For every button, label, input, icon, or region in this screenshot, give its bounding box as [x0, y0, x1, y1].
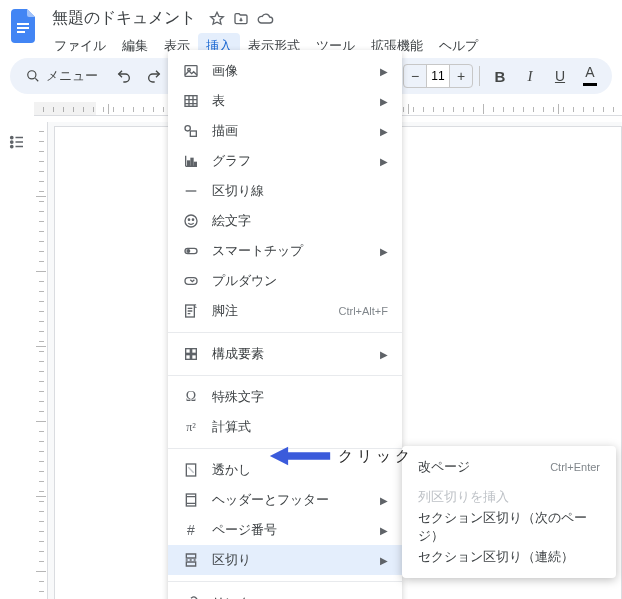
menu-item-shortcut: Ctrl+Alt+F: [338, 305, 388, 317]
submenu-item[interactable]: セクション区切り（次のページ）: [402, 512, 616, 542]
svg-rect-28: [186, 355, 191, 360]
svg-point-20: [192, 219, 193, 220]
svg-rect-27: [192, 349, 197, 354]
menu-item-label: リンク: [212, 594, 345, 599]
menu-item-smartchip[interactable]: スマートチップ▶: [168, 236, 402, 266]
omega-icon: Ω: [182, 388, 200, 406]
docs-logo-icon[interactable]: [10, 8, 38, 44]
undo-button[interactable]: [110, 62, 138, 90]
menu-item-chart[interactable]: グラフ▶: [168, 146, 402, 176]
svg-rect-14: [190, 131, 196, 136]
menu-item-pulldown[interactable]: プルダウン: [168, 266, 402, 296]
menu-item-label: ページ番号: [212, 521, 368, 539]
menu-item-label: 画像: [212, 62, 368, 80]
submenu-shortcut: Ctrl+Enter: [550, 461, 600, 473]
break-submenu: 改ページCtrl+Enter列区切りを挿入セクション区切り（次のページ）セクショ…: [402, 446, 616, 578]
chevron-right-icon: ▶: [380, 525, 388, 536]
submenu-item[interactable]: セクション区切り（連続）: [402, 542, 616, 572]
blocks-icon: [182, 345, 200, 363]
svg-point-8: [11, 141, 13, 143]
vertical-ruler[interactable]: [34, 122, 48, 599]
menu-item-emoji[interactable]: 絵文字: [168, 206, 402, 236]
font-size-input[interactable]: [426, 65, 450, 87]
title-bar: 無題のドキュメント ファイル編集表示挿入表示形式ツール拡張機能ヘルプ: [0, 0, 622, 54]
submenu-label: 改ページ: [418, 458, 470, 476]
submenu-item: 列区切りを挿入: [402, 482, 616, 512]
bold-button[interactable]: B: [486, 62, 514, 90]
menu-item-link[interactable]: リンクCtrl+K: [168, 588, 402, 599]
menu-item-blocks[interactable]: 構成要素▶: [168, 339, 402, 369]
move-folder-icon[interactable]: [232, 10, 250, 28]
menubar-item-7[interactable]: ヘルプ: [431, 33, 486, 59]
chevron-right-icon: ▶: [380, 555, 388, 566]
underline-button[interactable]: U: [546, 62, 574, 90]
chevron-right-icon: ▶: [380, 156, 388, 167]
cloud-status-icon[interactable]: [256, 10, 274, 28]
svg-rect-2: [17, 31, 25, 33]
hash-icon: #: [182, 521, 200, 539]
italic-button[interactable]: I: [516, 62, 544, 90]
menubar-item-1[interactable]: 編集: [114, 33, 156, 59]
svg-rect-1: [17, 27, 29, 29]
pi-icon: π²: [182, 418, 200, 436]
chevron-right-icon: ▶: [380, 126, 388, 137]
menu-item-label: ヘッダーとフッター: [212, 491, 368, 509]
menu-item-label: 特殊文字: [212, 388, 388, 406]
svg-rect-15: [188, 161, 190, 166]
menu-item-pi[interactable]: π²計算式: [168, 412, 402, 442]
menubar-item-0[interactable]: ファイル: [46, 33, 114, 59]
svg-rect-16: [191, 158, 193, 166]
svg-rect-26: [186, 349, 191, 354]
menu-item-hash[interactable]: #ページ番号▶: [168, 515, 402, 545]
menu-item-headerfooter[interactable]: ヘッダーとフッター▶: [168, 485, 402, 515]
menu-item-label: 構成要素: [212, 345, 368, 363]
drawing-icon: [182, 122, 200, 140]
smartchip-icon: [182, 242, 200, 260]
svg-rect-10: [185, 66, 197, 77]
menu-item-label: スマートチップ: [212, 242, 368, 260]
menu-item-hr[interactable]: 区切り線: [168, 176, 402, 206]
headerfooter-icon: [182, 491, 200, 509]
document-title[interactable]: 無題のドキュメント: [46, 6, 202, 31]
font-size-increase[interactable]: +: [450, 68, 472, 84]
menu-item-table[interactable]: 表▶: [168, 86, 402, 116]
menu-item-pagebreak[interactable]: 区切り▶: [168, 545, 402, 575]
chevron-right-icon: ▶: [380, 96, 388, 107]
image-icon: [182, 62, 200, 80]
search-menu-button[interactable]: メニュー: [18, 62, 108, 90]
font-size-box: − +: [403, 64, 473, 88]
chevron-right-icon: ▶: [380, 66, 388, 77]
menu-separator: [168, 448, 402, 449]
text-color-button[interactable]: A: [576, 62, 604, 90]
menu-item-watermark[interactable]: 透かし: [168, 455, 402, 485]
font-size-decrease[interactable]: −: [404, 68, 426, 84]
submenu-label: セクション区切り（次のページ）: [418, 509, 600, 545]
svg-rect-29: [192, 355, 197, 360]
watermark-icon: [182, 461, 200, 479]
chevron-right-icon: ▶: [380, 246, 388, 257]
menu-item-label: 絵文字: [212, 212, 388, 230]
emoji-icon: [182, 212, 200, 230]
menu-item-label: プルダウン: [212, 272, 388, 290]
svg-rect-17: [194, 162, 196, 166]
submenu-item[interactable]: 改ページCtrl+Enter: [402, 452, 616, 482]
redo-button[interactable]: [140, 62, 168, 90]
star-icon[interactable]: [208, 10, 226, 28]
menu-item-omega[interactable]: Ω特殊文字: [168, 382, 402, 412]
footnote-icon: 1: [182, 302, 200, 320]
menu-item-image[interactable]: 画像▶: [168, 56, 402, 86]
menu-item-label: 脚注: [212, 302, 326, 320]
menu-item-label: 計算式: [212, 418, 388, 436]
svg-point-19: [188, 219, 189, 220]
pagebreak-icon: [182, 551, 200, 569]
menu-separator: [168, 375, 402, 376]
menu-item-footnote[interactable]: 1脚注Ctrl+Alt+F: [168, 296, 402, 326]
menu-item-drawing[interactable]: 描画▶: [168, 116, 402, 146]
outline-toggle-button[interactable]: [3, 128, 31, 156]
chart-icon: [182, 152, 200, 170]
table-icon: [182, 92, 200, 110]
hr-icon: [182, 182, 200, 200]
menu-item-label: 区切り線: [212, 182, 388, 200]
svg-point-22: [187, 250, 190, 253]
menu-separator: [168, 581, 402, 582]
